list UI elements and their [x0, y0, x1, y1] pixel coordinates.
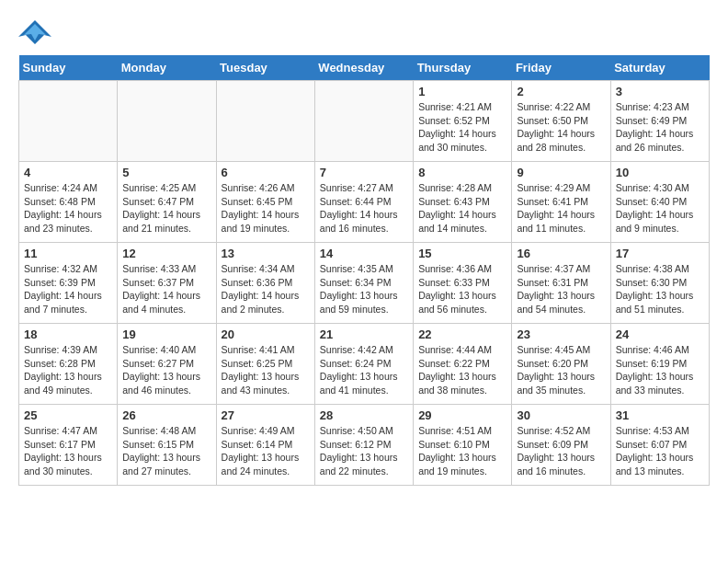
day-detail: Sunrise: 4:24 AM Sunset: 6:48 PM Dayligh…	[24, 181, 112, 236]
weekday-header-sunday: Sunday	[19, 55, 118, 81]
calendar-cell: 3Sunrise: 4:23 AM Sunset: 6:49 PM Daylig…	[610, 81, 709, 162]
calendar-cell: 21Sunrise: 4:42 AM Sunset: 6:24 PM Dayli…	[314, 324, 413, 405]
calendar-cell: 17Sunrise: 4:38 AM Sunset: 6:30 PM Dayli…	[610, 243, 709, 324]
calendar-cell: 14Sunrise: 4:35 AM Sunset: 6:34 PM Dayli…	[314, 243, 413, 324]
calendar-week-2: 4Sunrise: 4:24 AM Sunset: 6:48 PM Daylig…	[19, 162, 710, 243]
logo-bird-icon	[18, 18, 51, 46]
calendar-cell	[216, 81, 314, 162]
day-number: 23	[517, 327, 605, 341]
day-number: 18	[24, 327, 112, 341]
day-number: 4	[24, 166, 112, 179]
day-number: 31	[616, 408, 704, 422]
day-number: 5	[122, 166, 210, 179]
day-detail: Sunrise: 4:53 AM Sunset: 6:07 PM Dayligh…	[616, 424, 704, 478]
calendar-cell: 23Sunrise: 4:45 AM Sunset: 6:20 PM Dayli…	[512, 324, 610, 405]
day-detail: Sunrise: 4:26 AM Sunset: 6:45 PM Dayligh…	[222, 181, 310, 236]
day-detail: Sunrise: 4:34 AM Sunset: 6:36 PM Dayligh…	[222, 262, 310, 316]
weekday-header-friday: Friday	[512, 55, 610, 81]
day-number: 20	[222, 327, 310, 341]
calendar-cell: 18Sunrise: 4:39 AM Sunset: 6:28 PM Dayli…	[19, 324, 118, 405]
day-number: 27	[222, 408, 310, 422]
day-detail: Sunrise: 4:38 AM Sunset: 6:30 PM Dayligh…	[616, 262, 704, 316]
weekday-header-tuesday: Tuesday	[216, 55, 314, 81]
day-detail: Sunrise: 4:25 AM Sunset: 6:47 PM Dayligh…	[122, 181, 210, 236]
day-detail: Sunrise: 4:42 AM Sunset: 6:24 PM Dayligh…	[320, 343, 408, 397]
calendar-cell: 25Sunrise: 4:47 AM Sunset: 6:17 PM Dayli…	[19, 405, 118, 486]
calendar-cell: 28Sunrise: 4:50 AM Sunset: 6:12 PM Dayli…	[314, 405, 413, 486]
calendar-cell: 27Sunrise: 4:49 AM Sunset: 6:14 PM Dayli…	[216, 405, 314, 486]
calendar-cell: 19Sunrise: 4:40 AM Sunset: 6:27 PM Dayli…	[118, 324, 216, 405]
calendar-cell	[314, 81, 413, 162]
day-number: 21	[320, 327, 408, 341]
day-number: 11	[24, 247, 112, 260]
calendar-week-5: 25Sunrise: 4:47 AM Sunset: 6:17 PM Dayli…	[19, 405, 710, 486]
day-detail: Sunrise: 4:40 AM Sunset: 6:27 PM Dayligh…	[122, 343, 210, 397]
day-detail: Sunrise: 4:27 AM Sunset: 6:44 PM Dayligh…	[320, 181, 408, 236]
day-detail: Sunrise: 4:37 AM Sunset: 6:31 PM Dayligh…	[517, 262, 605, 316]
day-detail: Sunrise: 4:50 AM Sunset: 6:12 PM Dayligh…	[320, 424, 408, 478]
calendar-cell: 11Sunrise: 4:32 AM Sunset: 6:39 PM Dayli…	[19, 243, 118, 324]
day-number: 30	[517, 408, 605, 422]
day-detail: Sunrise: 4:29 AM Sunset: 6:41 PM Dayligh…	[517, 181, 605, 236]
day-detail: Sunrise: 4:28 AM Sunset: 6:43 PM Dayligh…	[418, 181, 506, 236]
day-detail: Sunrise: 4:36 AM Sunset: 6:33 PM Dayligh…	[418, 262, 506, 316]
calendar-week-4: 18Sunrise: 4:39 AM Sunset: 6:28 PM Dayli…	[19, 324, 710, 405]
day-number: 12	[122, 247, 210, 260]
day-detail: Sunrise: 4:30 AM Sunset: 6:40 PM Dayligh…	[616, 181, 704, 236]
weekday-header-saturday: Saturday	[610, 55, 709, 81]
svg-marker-1	[24, 24, 46, 40]
day-number: 8	[418, 166, 506, 179]
day-detail: Sunrise: 4:49 AM Sunset: 6:14 PM Dayligh…	[222, 424, 310, 478]
calendar-cell	[118, 81, 216, 162]
day-detail: Sunrise: 4:44 AM Sunset: 6:22 PM Dayligh…	[418, 343, 506, 397]
calendar-cell: 2Sunrise: 4:22 AM Sunset: 6:50 PM Daylig…	[512, 81, 610, 162]
day-detail: Sunrise: 4:35 AM Sunset: 6:34 PM Dayligh…	[320, 262, 408, 316]
day-number: 9	[517, 166, 605, 179]
calendar-cell: 10Sunrise: 4:30 AM Sunset: 6:40 PM Dayli…	[610, 162, 709, 243]
day-number: 1	[418, 85, 506, 98]
calendar-cell: 12Sunrise: 4:33 AM Sunset: 6:37 PM Dayli…	[118, 243, 216, 324]
day-number: 14	[320, 247, 408, 260]
calendar-cell: 1Sunrise: 4:21 AM Sunset: 6:52 PM Daylig…	[414, 81, 512, 162]
calendar-cell: 16Sunrise: 4:37 AM Sunset: 6:31 PM Dayli…	[512, 243, 610, 324]
calendar-cell: 9Sunrise: 4:29 AM Sunset: 6:41 PM Daylig…	[512, 162, 610, 243]
day-detail: Sunrise: 4:47 AM Sunset: 6:17 PM Dayligh…	[24, 424, 112, 478]
day-number: 3	[616, 85, 704, 98]
day-detail: Sunrise: 4:39 AM Sunset: 6:28 PM Dayligh…	[24, 343, 112, 397]
weekday-header-wednesday: Wednesday	[314, 55, 413, 81]
day-detail: Sunrise: 4:48 AM Sunset: 6:15 PM Dayligh…	[122, 424, 210, 478]
day-number: 29	[418, 408, 506, 422]
day-detail: Sunrise: 4:41 AM Sunset: 6:25 PM Dayligh…	[222, 343, 310, 397]
calendar-week-1: 1Sunrise: 4:21 AM Sunset: 6:52 PM Daylig…	[19, 81, 710, 162]
day-number: 24	[616, 327, 704, 341]
calendar-cell: 20Sunrise: 4:41 AM Sunset: 6:25 PM Dayli…	[216, 324, 314, 405]
day-detail: Sunrise: 4:22 AM Sunset: 6:50 PM Dayligh…	[517, 100, 605, 155]
header	[18, 18, 710, 46]
day-number: 6	[222, 166, 310, 179]
calendar-cell: 26Sunrise: 4:48 AM Sunset: 6:15 PM Dayli…	[118, 405, 216, 486]
calendar-cell: 22Sunrise: 4:44 AM Sunset: 6:22 PM Dayli…	[414, 324, 512, 405]
day-number: 16	[517, 247, 605, 260]
calendar-week-3: 11Sunrise: 4:32 AM Sunset: 6:39 PM Dayli…	[19, 243, 710, 324]
day-number: 2	[517, 85, 605, 98]
calendar-cell: 6Sunrise: 4:26 AM Sunset: 6:45 PM Daylig…	[216, 162, 314, 243]
day-number: 19	[122, 327, 210, 341]
calendar-cell: 8Sunrise: 4:28 AM Sunset: 6:43 PM Daylig…	[414, 162, 512, 243]
day-detail: Sunrise: 4:23 AM Sunset: 6:49 PM Dayligh…	[616, 100, 704, 155]
day-number: 10	[616, 166, 704, 179]
day-number: 25	[24, 408, 112, 422]
day-detail: Sunrise: 4:46 AM Sunset: 6:19 PM Dayligh…	[616, 343, 704, 397]
day-detail: Sunrise: 4:32 AM Sunset: 6:39 PM Dayligh…	[24, 262, 112, 316]
calendar-cell: 24Sunrise: 4:46 AM Sunset: 6:19 PM Dayli…	[610, 324, 709, 405]
calendar-cell: 5Sunrise: 4:25 AM Sunset: 6:47 PM Daylig…	[118, 162, 216, 243]
day-detail: Sunrise: 4:51 AM Sunset: 6:10 PM Dayligh…	[418, 424, 506, 478]
day-detail: Sunrise: 4:21 AM Sunset: 6:52 PM Dayligh…	[418, 100, 506, 155]
day-number: 7	[320, 166, 408, 179]
calendar-cell: 7Sunrise: 4:27 AM Sunset: 6:44 PM Daylig…	[314, 162, 413, 243]
day-number: 28	[320, 408, 408, 422]
day-number: 13	[222, 247, 310, 260]
calendar-cell: 15Sunrise: 4:36 AM Sunset: 6:33 PM Dayli…	[414, 243, 512, 324]
day-number: 15	[418, 247, 506, 260]
day-number: 17	[616, 247, 704, 260]
day-number: 22	[418, 327, 506, 341]
